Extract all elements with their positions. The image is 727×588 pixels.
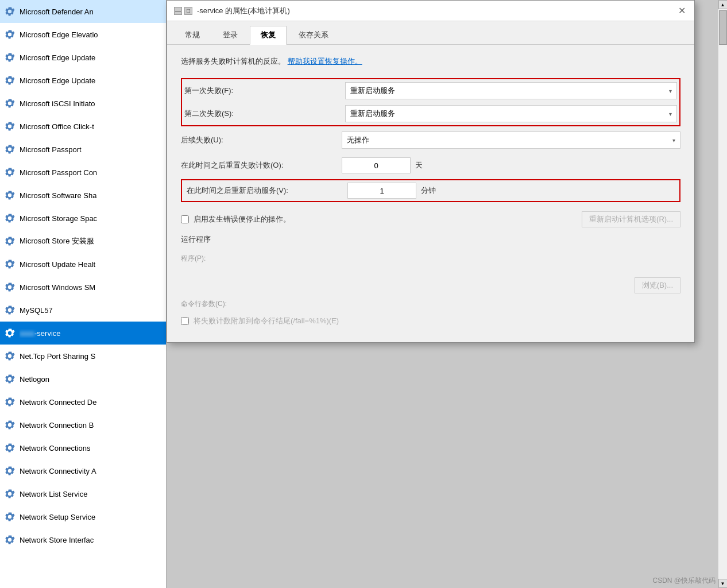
gear-icon <box>3 419 16 431</box>
service-item[interactable]: Network List Service <box>0 482 166 505</box>
service-item[interactable]: Microsoft Edge Elevatio <box>0 23 166 46</box>
minimize-btn[interactable]: — <box>174 7 182 15</box>
second-failure-control: 重新启动服务 ▾ <box>345 105 677 122</box>
properties-dialog: — □ -service 的属性(本地计算机) ✕ 常规 登录 恢复 依存关系 … <box>167 0 695 343</box>
service-item[interactable]: Microsoft Store 安装服 <box>0 230 166 253</box>
service-item[interactable]: Network Connected De <box>0 390 166 413</box>
service-name: Microsoft iSCSI Initiato <box>20 99 95 108</box>
service-item[interactable]: Microsoft Storage Spac <box>0 207 166 230</box>
subsequent-failure-dropdown[interactable]: 无操作 ▾ <box>342 131 680 149</box>
append-checkbox-row: 将失败计数附加到命令行结尾(/fail=%1%)(E) <box>181 316 680 326</box>
service-item[interactable]: Microsoft Passport Con <box>0 161 166 184</box>
gear-icon <box>3 465 16 477</box>
gear-icon <box>3 350 16 362</box>
service-name: Microsoft Office Click-t <box>20 122 94 131</box>
maximize-btn[interactable]: □ <box>184 7 192 15</box>
service-name: Network Connections <box>20 444 91 452</box>
program-row: 浏览(B)... <box>181 277 680 293</box>
service-item[interactable]: Network Store Interfac <box>0 528 166 551</box>
gear-icon <box>3 143 16 156</box>
service-item[interactable]: Microsoft Defender An <box>0 0 166 23</box>
restart-service-input[interactable] <box>347 183 416 199</box>
service-name: Network List Service <box>20 490 87 498</box>
tab-deps[interactable]: 依存关系 <box>288 26 339 44</box>
first-failure-value: 重新启动服务 <box>350 86 395 96</box>
dialog-title-left: — □ -service 的属性(本地计算机) <box>174 6 290 16</box>
scroll-up-arrow[interactable]: ▲ <box>718 0 728 9</box>
browse-button[interactable]: 浏览(B)... <box>635 277 680 293</box>
service-name: Microsoft Defender An <box>20 7 94 16</box>
service-item[interactable]: Network Connection B <box>0 413 166 436</box>
restart-computer-btn[interactable]: 重新启动计算机选项(R)... <box>582 211 680 227</box>
dialog-title: -service 的属性(本地计算机) <box>197 6 290 16</box>
service-item[interactable]: Microsoft Passport <box>0 138 166 161</box>
service-list: Microsoft Defender AnMicrosoft Edge Elev… <box>0 0 166 551</box>
service-item[interactable]: Microsoft Windows SM <box>0 276 166 299</box>
gear-icon <box>3 235 16 247</box>
gear-icon <box>3 442 16 454</box>
gear-icon <box>3 373 16 385</box>
service-item[interactable]: Microsoft iSCSI Initiato <box>0 92 166 115</box>
first-failure-control: 重新启动服务 ▾ <box>345 82 677 99</box>
gear-icon <box>3 488 16 500</box>
gear-icon <box>3 281 16 293</box>
restart-service-row: 在此时间之后重新启动服务(V): 分钟 <box>181 179 680 202</box>
service-item[interactable]: Microsoft Edge Update <box>0 69 166 92</box>
right-area: — □ -service 的属性(本地计算机) ✕ 常规 登录 恢复 依存关系 … <box>167 0 727 588</box>
subsequent-failure-row: 后续失败(U): 无操作 ▾ <box>181 131 680 149</box>
service-name: Network Store Interfac <box>20 536 94 544</box>
append-failcount-checkbox[interactable] <box>181 317 189 325</box>
help-link[interactable]: 帮助我设置恢复操作。 <box>288 57 362 65</box>
scroll-thumb[interactable] <box>719 10 727 45</box>
subsequent-failure-value: 无操作 <box>347 135 369 145</box>
service-name: Microsoft Passport <box>20 145 82 154</box>
program-form: 程序(P): 浏览(B)... 命令行参数(C): 将失败计数附加到命令行结尾(… <box>181 249 680 331</box>
watermark: CSDN @快乐敲代码 <box>652 576 716 586</box>
first-failure-row: 第一次失败(F): 重新启动服务 ▾ <box>184 82 677 100</box>
reset-count-input[interactable] <box>342 157 411 173</box>
second-failure-value: 重新启动服务 <box>350 109 395 119</box>
service-item[interactable]: Netlogon <box>0 368 166 390</box>
reset-count-input-group: 天 <box>342 157 680 173</box>
service-item[interactable]: Microsoft Edge Update <box>0 46 166 69</box>
service-item[interactable]: Microsoft Update Healt <box>0 253 166 276</box>
service-item[interactable]: Net.Tcp Port Sharing S <box>0 345 166 368</box>
first-failure-label: 第一次失败(F): <box>184 86 345 96</box>
gear-icon <box>3 28 16 41</box>
service-item[interactable]: xxxx-service <box>0 322 166 345</box>
service-item[interactable]: Network Connections <box>0 436 166 459</box>
service-item[interactable]: Network Setup Service <box>0 505 166 528</box>
run-program-title: 运行程序 <box>181 234 680 245</box>
second-failure-row: 第二次失败(S): 重新启动服务 ▾ <box>184 105 677 123</box>
gear-icon <box>3 304 16 316</box>
tab-login[interactable]: 登录 <box>212 26 249 44</box>
gear-icon <box>3 396 16 408</box>
service-name: Microsoft Update Healt <box>20 260 95 269</box>
gear-icon <box>3 97 16 110</box>
restart-service-unit: 分钟 <box>421 185 436 196</box>
tab-recovery[interactable]: 恢复 <box>250 26 287 45</box>
tab-general[interactable]: 常规 <box>174 26 211 44</box>
gear-icon <box>3 74 16 87</box>
service-name: MySQL57 <box>20 306 53 315</box>
service-item[interactable]: MySQL57 <box>0 299 166 322</box>
service-name: Microsoft Software Sha <box>20 191 96 200</box>
service-name: Netlogon <box>20 375 49 384</box>
right-scrollbar: ▲ ▼ <box>718 0 727 588</box>
service-name: Microsoft Store 安装服 <box>20 236 94 246</box>
description-text: 选择服务失败时计算机的反应。 <box>181 57 285 65</box>
service-item[interactable]: Microsoft Software Sha <box>0 184 166 207</box>
second-failure-arrow: ▾ <box>669 111 672 117</box>
gear-icon <box>3 258 16 270</box>
service-item[interactable]: Network Connectivity A <box>0 459 166 482</box>
scroll-down-arrow[interactable]: ▼ <box>718 579 728 588</box>
stop-on-error-checkbox[interactable] <box>181 215 189 223</box>
second-failure-dropdown[interactable]: 重新启动服务 ▾ <box>345 105 677 122</box>
service-item[interactable]: Microsoft Office Click-t <box>0 115 166 138</box>
gear-icon <box>3 5 16 18</box>
reset-count-label: 在此时间之后重置失败计数(O): <box>181 160 342 171</box>
service-name: Network Setup Service <box>20 513 95 521</box>
first-failure-dropdown[interactable]: 重新启动服务 ▾ <box>345 82 677 99</box>
close-button[interactable]: ✕ <box>676 5 687 17</box>
program-label-text: 程序(P): <box>181 254 680 264</box>
